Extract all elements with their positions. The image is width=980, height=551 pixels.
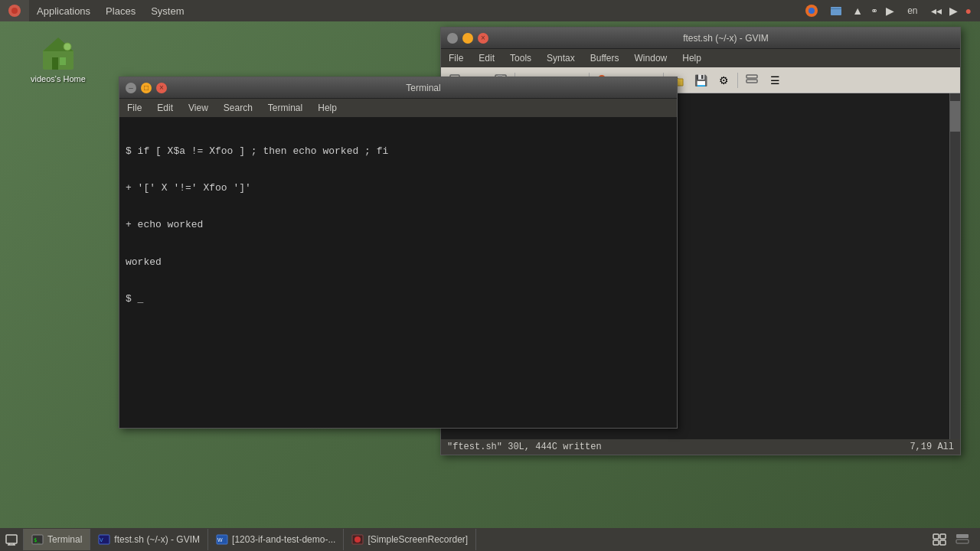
terminal-menu-terminal[interactable]: Terminal bbox=[260, 99, 310, 117]
taskbar-right-icon2 bbox=[956, 533, 969, 546]
svg-rect-38 bbox=[956, 534, 969, 538]
taskbar-item-browser[interactable]: W [1203-if-and-test-demo-... bbox=[208, 529, 344, 550]
file-manager-icon[interactable] bbox=[825, 0, 847, 21]
terminal-menu-search[interactable]: Search bbox=[216, 99, 260, 117]
terminal-menu-view[interactable]: View bbox=[181, 99, 216, 117]
terminal-menu-edit[interactable]: Edit bbox=[149, 99, 181, 117]
language-item[interactable]: en bbox=[900, 0, 925, 21]
taskbar-item-recorder[interactable]: [SimpleScreenRecorder] bbox=[344, 529, 476, 550]
record-indicator: ● bbox=[963, 5, 974, 17]
gvim-scrollbar[interactable] bbox=[949, 93, 960, 439]
terminal-line-2: + '[' X '!=' Xfoo ']' bbox=[126, 181, 671, 195]
svg-rect-4 bbox=[831, 7, 841, 15]
top-bar-right: ▲ ⚭ ▶ en ◂◂ ▶ ● bbox=[801, 0, 980, 21]
terminal-minimize-btn[interactable]: – bbox=[126, 83, 136, 93]
terminal-menu-help[interactable]: Help bbox=[310, 99, 345, 117]
svg-rect-35 bbox=[940, 534, 946, 539]
bottom-taskbar: $_ Terminal V ftest.sh (~/-x) - GVIM W [… bbox=[0, 528, 980, 551]
gvim-restore-btn[interactable] bbox=[462, 33, 473, 44]
browser-taskbar-icon: W bbox=[216, 533, 228, 546]
gvim-menubar: File Edit Tools Syntax Buffers Window He… bbox=[441, 49, 960, 67]
svg-rect-39 bbox=[956, 540, 969, 543]
gvim-menu-window[interactable]: Window bbox=[627, 49, 675, 67]
terminal-content[interactable]: $ if [ X$a != Xfoo ] ; then echo worked … bbox=[119, 117, 677, 428]
svg-point-3 bbox=[808, 8, 815, 14]
gvim-titlebar: × ftest.sh (~/-x) - GVIM bbox=[441, 28, 960, 49]
top-menu-applications[interactable]: Applications bbox=[29, 0, 98, 21]
taskbar-right-btn2[interactable] bbox=[951, 529, 974, 550]
gvim-menu-help[interactable]: Help bbox=[675, 49, 709, 67]
top-menu-system[interactable]: System bbox=[143, 0, 191, 21]
gvim-menu-tools[interactable]: Tools bbox=[502, 49, 539, 67]
terminal-line-1: $ if [ X$a != Xfoo ] ; then echo worked … bbox=[126, 145, 671, 158]
svg-rect-5 bbox=[831, 8, 841, 9]
battery-icon[interactable]: ▶ bbox=[947, 5, 960, 17]
taskbar-right-btn1[interactable] bbox=[928, 529, 951, 550]
gvim-menu-buffers[interactable]: Buffers bbox=[583, 49, 627, 67]
svg-point-1 bbox=[11, 8, 18, 14]
recorder-taskbar-icon bbox=[351, 533, 364, 546]
bluetooth-icon[interactable]: ⚭ bbox=[868, 5, 880, 16]
taskbar-browser-label: [1203-if-and-test-demo-... bbox=[232, 534, 335, 545]
sound-icon[interactable]: ▶ bbox=[884, 5, 897, 17]
show-desktop-icon bbox=[5, 533, 18, 546]
taskbar-item-terminal[interactable]: $_ Terminal bbox=[24, 529, 90, 550]
svg-text:V: V bbox=[100, 537, 103, 543]
terminal-close-btn[interactable]: × bbox=[156, 83, 167, 93]
gvim-status-left: "ftest.sh" 30L, 444C written bbox=[447, 442, 602, 452]
svg-point-33 bbox=[354, 536, 361, 543]
gvim-menu-edit[interactable]: Edit bbox=[471, 49, 502, 67]
svg-rect-21 bbox=[746, 80, 757, 83]
toolbar-save2[interactable]: 💾 bbox=[690, 70, 711, 90]
taskbar-recorder-label: [SimpleScreenRecorder] bbox=[368, 534, 468, 545]
taskbar-left: $_ Terminal V ftest.sh (~/-x) - GVIM W [… bbox=[0, 529, 476, 550]
svg-rect-37 bbox=[940, 540, 946, 545]
toolbar-sep4 bbox=[737, 73, 738, 88]
taskbar-right-icon1 bbox=[933, 533, 946, 546]
gvim-title: ftest.sh (~/-x) - GVIM bbox=[498, 33, 954, 44]
gvim-taskbar-icon: V bbox=[98, 533, 110, 546]
top-bar-left: Applications Places System bbox=[0, 0, 191, 21]
home-desktop-icon[interactable]: videos's Home bbox=[31, 34, 86, 83]
svg-rect-20 bbox=[746, 75, 757, 78]
terminal-restore-btn[interactable]: □ bbox=[141, 83, 152, 93]
show-desktop-btn[interactable] bbox=[0, 529, 24, 550]
gvim-menu-syntax[interactable]: Syntax bbox=[539, 49, 583, 67]
firefox-icon[interactable] bbox=[801, 0, 822, 21]
svg-rect-9 bbox=[60, 57, 66, 65]
taskbar-gvim-label: ftest.sh (~/-x) - GVIM bbox=[114, 534, 200, 545]
taskbar-terminal-label: Terminal bbox=[47, 534, 82, 545]
home-icon-label: videos's Home bbox=[31, 74, 86, 83]
app-icon-item[interactable] bbox=[0, 0, 29, 21]
terminal-line-5: $ _ bbox=[126, 292, 671, 306]
terminal-menubar: File Edit View Search Terminal Help bbox=[119, 99, 677, 117]
gvim-status-right: 7,19 All bbox=[910, 442, 954, 452]
svg-text:$_: $_ bbox=[34, 537, 41, 543]
distro-icon bbox=[8, 4, 21, 18]
gvim-scrollbar-thumb[interactable] bbox=[950, 101, 960, 132]
desktop: Applications Places System ▲ ⚭ bbox=[0, 0, 980, 551]
taskbar-item-gvim[interactable]: V ftest.sh (~/-x) - GVIM bbox=[90, 529, 208, 550]
gvim-menu-file[interactable]: File bbox=[441, 49, 471, 67]
gvim-minimize-btn[interactable] bbox=[447, 33, 458, 44]
terminal-window: – □ × Terminal File Edit View Search Ter… bbox=[119, 77, 678, 429]
svg-rect-36 bbox=[933, 540, 939, 545]
svg-rect-34 bbox=[933, 534, 939, 539]
top-taskbar: Applications Places System ▲ ⚭ bbox=[0, 0, 980, 21]
volume-icon[interactable]: ◂◂ bbox=[929, 5, 944, 17]
gvim-statusbar: "ftest.sh" 30L, 444C written 7,19 All bbox=[441, 439, 960, 455]
network-icon[interactable]: ▲ bbox=[850, 5, 865, 17]
svg-text:W: W bbox=[217, 537, 223, 543]
toolbar-buf2[interactable]: ☰ bbox=[764, 70, 786, 90]
terminal-titlebar: – □ × Terminal bbox=[119, 77, 677, 99]
terminal-line-3: + echo worked bbox=[126, 218, 671, 232]
terminal-menu-file[interactable]: File bbox=[119, 99, 149, 117]
terminal-title: Terminal bbox=[176, 83, 671, 93]
toolbar-buf1[interactable] bbox=[741, 70, 763, 90]
taskbar-right bbox=[928, 529, 980, 550]
top-menu-places[interactable]: Places bbox=[98, 0, 143, 21]
toolbar-tools[interactable]: ⚙ bbox=[713, 70, 734, 90]
gvim-close-btn[interactable]: × bbox=[478, 33, 488, 44]
terminal-line-4: worked bbox=[126, 256, 671, 269]
home-icon bbox=[40, 34, 77, 71]
